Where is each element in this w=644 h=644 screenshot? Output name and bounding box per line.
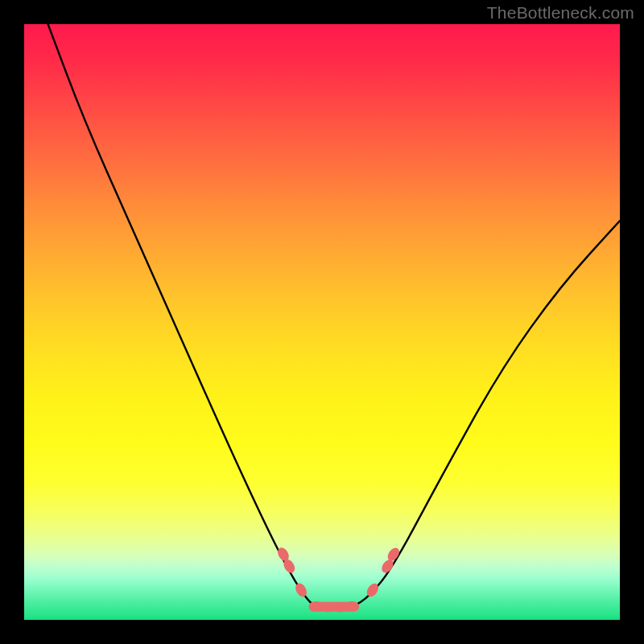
chart-svg: [24, 24, 620, 620]
chart-frame: TheBottleneck.com: [0, 0, 644, 644]
watermark-text: TheBottleneck.com: [487, 3, 634, 23]
curve-layer: [48, 24, 620, 608]
marker-flat-4: [345, 601, 359, 611]
plot-area: [24, 24, 620, 620]
marker-left-cluster-3: [293, 581, 308, 599]
bottleneck-curve: [48, 24, 620, 608]
